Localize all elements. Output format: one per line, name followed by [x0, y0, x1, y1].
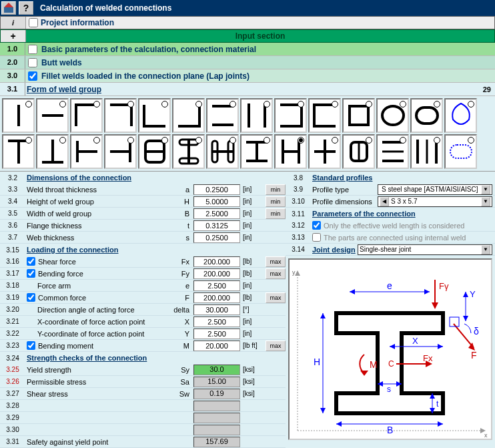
joint-design-label: Joint design	[311, 246, 358, 254]
expand-button[interactable]: +	[1, 30, 26, 42]
param-input[interactable]	[193, 280, 240, 291]
svg-text:Fx: Fx	[423, 353, 433, 363]
param-unit: [in]	[240, 198, 264, 205]
param-input[interactable]	[193, 256, 240, 267]
weld-shape-option[interactable]	[342, 134, 375, 169]
param-unit: [ksi]	[240, 390, 264, 397]
param-label: Only the effective weld length is consid…	[322, 222, 495, 230]
max-button[interactable]: max	[266, 341, 286, 351]
weld-shape-option[interactable]	[240, 134, 273, 169]
param-unit: [ksi]	[240, 378, 264, 385]
weld-shape-option[interactable]	[104, 134, 137, 169]
weld-shape-option[interactable]	[36, 134, 69, 169]
weld-shape-option[interactable]	[138, 134, 171, 169]
param-input[interactable]	[193, 328, 240, 339]
sec38-title: Standard profiles	[312, 174, 372, 182]
profile-select[interactable]: S steel shape [ASTM/AISI/AISC]▼	[378, 184, 492, 195]
param-label: Profile dimensions	[311, 198, 378, 206]
sec10-checkbox[interactable]	[28, 45, 37, 54]
weld-shape-option[interactable]	[308, 134, 341, 169]
weld-shape-option[interactable]	[342, 98, 375, 133]
param-checkbox[interactable]	[312, 221, 321, 230]
param-input[interactable]	[193, 292, 240, 303]
weld-shape-option[interactable]	[274, 98, 307, 133]
sec30-checkbox[interactable]	[28, 71, 37, 81]
param-input[interactable]	[193, 341, 240, 351]
weld-shape-option[interactable]	[376, 98, 409, 133]
profile-select[interactable]: ◀S 3 x 5.7▼	[378, 196, 492, 207]
svg-line-87	[454, 324, 474, 348]
sec32-title: Dimensions of the connection	[27, 174, 131, 182]
weld-shape-option[interactable]	[138, 98, 171, 133]
weld-shape-option[interactable]	[206, 134, 239, 169]
weld-shape-option[interactable]	[376, 134, 409, 169]
param-label: Weld throat thickness	[25, 186, 167, 194]
param-output	[193, 425, 240, 435]
max-button[interactable]: max	[266, 292, 286, 303]
weld-shape-option[interactable]	[240, 98, 273, 133]
param-input[interactable]	[193, 208, 240, 219]
param-input[interactable]	[193, 184, 240, 195]
svg-rect-0	[4, 7, 13, 13]
svg-text:M: M	[370, 359, 378, 370]
weld-shape-option[interactable]	[70, 134, 103, 169]
section-num: 3.11	[286, 210, 311, 218]
max-button[interactable]: max	[266, 256, 286, 267]
weld-shape-option[interactable]	[206, 98, 239, 133]
param-input[interactable]	[193, 304, 240, 315]
section-num: 3.24	[0, 355, 25, 362]
section-num: 3.8	[286, 174, 311, 182]
param-input[interactable]	[193, 316, 240, 327]
min-button[interactable]: min	[266, 184, 286, 195]
min-button[interactable]: min	[266, 208, 286, 219]
param-symbol: Sw	[167, 390, 193, 398]
input-section-title: Input section	[26, 31, 494, 41]
weld-shape-option[interactable]	[274, 134, 307, 169]
load-checkbox[interactable]	[27, 257, 35, 266]
param-label: Yield strength	[25, 366, 167, 374]
param-label: Profile type	[311, 186, 378, 194]
param-input[interactable]	[193, 196, 240, 207]
load-checkbox[interactable]	[27, 341, 35, 350]
param-unit: [in]	[240, 222, 264, 229]
app-icon[interactable]	[1, 1, 16, 15]
sec20-checkbox[interactable]	[28, 58, 37, 67]
help-button[interactable]: ?	[19, 1, 33, 15]
profile-value: S 3 x 5.7	[389, 198, 481, 205]
project-info-checkbox[interactable]	[29, 18, 38, 27]
param-label: Web thickness	[25, 234, 167, 242]
weld-shape-option[interactable]	[104, 98, 137, 133]
weld-shape-option[interactable]	[444, 134, 477, 169]
joint-design-select[interactable]: Single-shear joint ▼	[358, 244, 492, 255]
weld-shape-option[interactable]	[308, 98, 341, 133]
param-unit: [lb ft]	[240, 342, 264, 349]
param-symbol: a	[167, 186, 193, 194]
param-input[interactable]	[193, 220, 240, 231]
param-symbol: X	[167, 318, 193, 326]
weld-shape-option[interactable]	[410, 98, 443, 133]
sec10-title: Basic parameters of the calculation, con…	[41, 45, 256, 54]
param-input[interactable]	[193, 232, 240, 243]
weld-shape-option[interactable]	[410, 134, 443, 169]
min-button[interactable]: min	[266, 196, 286, 207]
param-unit: [in]	[240, 234, 264, 241]
load-checkbox[interactable]	[27, 293, 35, 302]
weld-shape-option[interactable]	[2, 134, 35, 169]
weld-shape-option[interactable]	[70, 98, 103, 133]
row-num: 3.12	[286, 222, 311, 229]
param-input[interactable]	[193, 268, 240, 279]
param-label: Direction angle of acting force	[25, 306, 167, 314]
weld-shape-option[interactable]	[444, 98, 477, 133]
weld-shape-option[interactable]	[172, 98, 205, 133]
load-checkbox[interactable]	[27, 269, 35, 278]
svg-marker-56	[336, 421, 342, 427]
row-num: 3.13	[286, 234, 311, 241]
weld-shape-option[interactable]	[2, 98, 35, 133]
weld-shape-option[interactable]	[36, 98, 69, 133]
svg-text:X: X	[412, 336, 418, 346]
svg-marker-1	[4, 3, 13, 7]
max-button[interactable]: max	[266, 268, 286, 279]
param-checkbox[interactable]	[312, 233, 321, 242]
weld-shape-option[interactable]	[172, 134, 205, 169]
row-num: 3.5	[0, 210, 25, 217]
